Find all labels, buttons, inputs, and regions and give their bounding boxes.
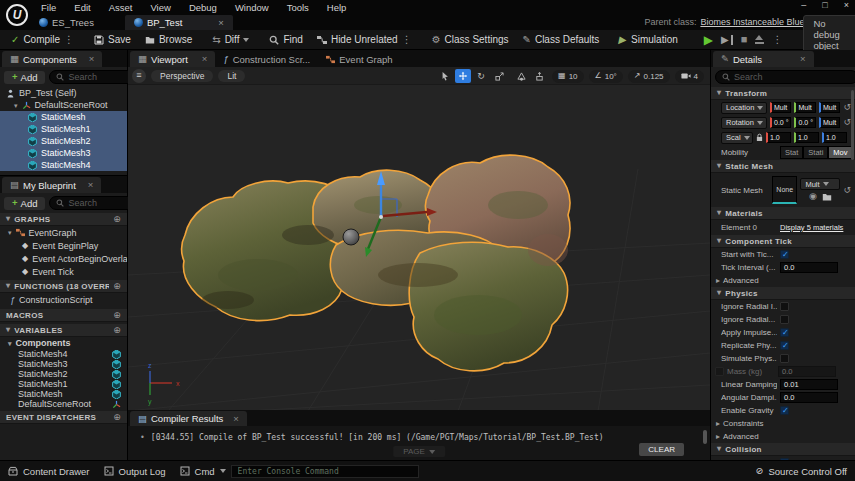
camera-speed-control[interactable]: 4: [675, 70, 704, 83]
add-macro-icon[interactable]: [113, 311, 121, 320]
checkbox[interactable]: [780, 315, 789, 324]
static-mesh-dropdown[interactable]: Mult: [800, 178, 840, 190]
variable-category-components[interactable]: Components: [0, 337, 127, 349]
play-options-icon[interactable]: [772, 35, 782, 45]
tree-row-staticmesh[interactable]: StaticMesh: [0, 111, 127, 123]
menu-file[interactable]: File: [32, 0, 65, 15]
reset-static-mesh-icon[interactable]: [843, 186, 851, 195]
variable-row[interactable]: StaticMesh4: [0, 349, 127, 359]
compile-button[interactable]: Compile: [4, 30, 81, 50]
reset-rotation-icon[interactable]: [843, 118, 851, 127]
collision-section-header[interactable]: Collision: [711, 443, 855, 456]
eject-button[interactable]: [755, 35, 764, 44]
tree-row-scene-root[interactable]: DefaultSceneRoot: [0, 99, 127, 111]
scale-z-field[interactable]: 1.0: [822, 132, 847, 143]
content-drawer-button[interactable]: Content Drawer: [8, 466, 90, 477]
scrollbar-thumb[interactable]: [703, 430, 707, 444]
add-blueprint-item-button[interactable]: Add: [4, 197, 45, 210]
console-command-input[interactable]: [238, 467, 412, 476]
compile-options-icon[interactable]: [64, 35, 74, 45]
lock-icon[interactable]: [756, 133, 763, 142]
static-mesh-section-header[interactable]: Static Mesh: [711, 160, 855, 173]
tab-event-graph[interactable]: Event Graph: [318, 51, 400, 67]
find-button[interactable]: Find: [262, 30, 309, 50]
location-y-field[interactable]: Mult: [794, 102, 815, 113]
tab-construction-script[interactable]: Construction Scr...: [215, 51, 318, 67]
rotation-z-field[interactable]: Mult: [819, 117, 840, 128]
scale-tool-button[interactable]: [491, 69, 507, 83]
expander-icon[interactable]: [14, 102, 18, 109]
tree-row-staticmesh2[interactable]: StaticMesh2: [0, 135, 127, 147]
sphere-actor[interactable]: [343, 229, 359, 245]
tab-viewport[interactable]: Viewport: [130, 51, 215, 67]
tick-interval-field[interactable]: 0.0: [780, 262, 838, 273]
class-defaults-button[interactable]: Class Defaults: [516, 30, 607, 50]
macros-section-header[interactable]: MACROS: [0, 309, 127, 322]
location-dropdown[interactable]: Location: [721, 102, 767, 114]
physics-section-header[interactable]: Physics: [711, 287, 855, 300]
function-row-constructionscript[interactable]: ConstructionScript: [0, 293, 127, 307]
viewport-options-button[interactable]: [132, 69, 146, 83]
rotation-snap-control[interactable]: 10°: [589, 70, 623, 83]
variable-type-icon[interactable]: [112, 380, 121, 389]
scale-snap-control[interactable]: 0.125: [628, 70, 670, 83]
graph-row-eventgraph[interactable]: EventGraph: [0, 226, 127, 239]
variable-type-icon[interactable]: [112, 350, 121, 359]
event-dispatchers-section-header[interactable]: EVENT DISPATCHERS: [0, 411, 127, 424]
tree-row-staticmesh3[interactable]: StaticMesh3: [0, 147, 127, 159]
add-dispatcher-icon[interactable]: [113, 413, 121, 422]
menu-edit[interactable]: Edit: [65, 0, 99, 15]
tree-row-self[interactable]: BP_Test (Self): [0, 87, 127, 99]
scale-dropdown[interactable]: Scal: [721, 132, 753, 144]
variable-type-icon[interactable]: [112, 370, 121, 379]
clear-button[interactable]: CLEAR: [639, 443, 684, 456]
graphs-section-header[interactable]: GRAPHS: [0, 213, 127, 226]
functions-section-header[interactable]: FUNCTIONS (18 OVERRID: [0, 280, 127, 293]
variables-section-header[interactable]: VARIABLES: [0, 324, 127, 337]
component-tick-section-header[interactable]: Component Tick: [711, 235, 855, 248]
variable-row[interactable]: StaticMesh3: [0, 359, 127, 369]
tab-es-trees[interactable]: ES_Trees: [30, 15, 103, 30]
menu-help[interactable]: Help: [318, 0, 356, 15]
add-graph-icon[interactable]: [113, 215, 121, 224]
location-z-field[interactable]: Mult: [819, 102, 840, 113]
hide-unrelated-button[interactable]: Hide Unrelated: [310, 30, 419, 50]
add-function-icon[interactable]: [113, 282, 121, 291]
maximize-icon[interactable]: [822, 1, 827, 10]
add-variable-icon[interactable]: [113, 326, 121, 335]
stop-button[interactable]: [741, 34, 748, 45]
perspective-dropdown[interactable]: Perspective: [151, 70, 213, 82]
event-row-actorbeginoverlap[interactable]: Event ActorBeginOverlap: [0, 252, 127, 265]
close-icon[interactable]: [844, 1, 849, 10]
scene-root-type-icon[interactable]: [112, 400, 121, 409]
angular-damping-field[interactable]: 0.0: [780, 392, 838, 403]
checkbox[interactable]: [780, 354, 789, 363]
expander-icon[interactable]: [8, 340, 12, 347]
close-icon[interactable]: [800, 54, 806, 64]
rotation-x-field[interactable]: 0.0 °: [770, 117, 791, 128]
menu-window[interactable]: Window: [226, 0, 278, 15]
source-control-button[interactable]: Source Control Off: [756, 466, 847, 477]
display-materials-link[interactable]: Display 5 materials: [780, 223, 843, 232]
minimize-icon[interactable]: [801, 1, 806, 10]
add-component-button[interactable]: Add: [4, 71, 45, 84]
menu-view[interactable]: View: [141, 0, 179, 15]
variable-type-icon[interactable]: [112, 360, 121, 369]
browse-button[interactable]: Browse: [138, 30, 199, 50]
scale-y-field[interactable]: 1.0: [794, 132, 819, 143]
tree-row-staticmesh1[interactable]: StaticMesh1: [0, 123, 127, 135]
play-button[interactable]: [704, 34, 713, 46]
class-settings-button[interactable]: Class Settings: [425, 30, 516, 50]
checkbox[interactable]: [715, 367, 724, 376]
variable-row[interactable]: DefaultSceneRoot: [0, 399, 127, 409]
scale-x-field[interactable]: 1.0: [766, 132, 791, 143]
static-mesh-thumbnail[interactable]: None: [772, 176, 797, 204]
close-icon[interactable]: [233, 414, 239, 424]
compiler-message-row[interactable]: [0344.55] Compile of BP_Test successful!…: [140, 433, 604, 442]
simulation-button[interactable]: Simulation: [612, 30, 684, 50]
physics-advanced-row[interactable]: Advanced: [711, 430, 855, 443]
variable-row[interactable]: StaticMesh1: [0, 379, 127, 389]
mobility-stationary[interactable]: Stati: [803, 146, 828, 159]
close-icon[interactable]: [202, 54, 208, 64]
mobility-static[interactable]: Stat: [780, 146, 803, 159]
